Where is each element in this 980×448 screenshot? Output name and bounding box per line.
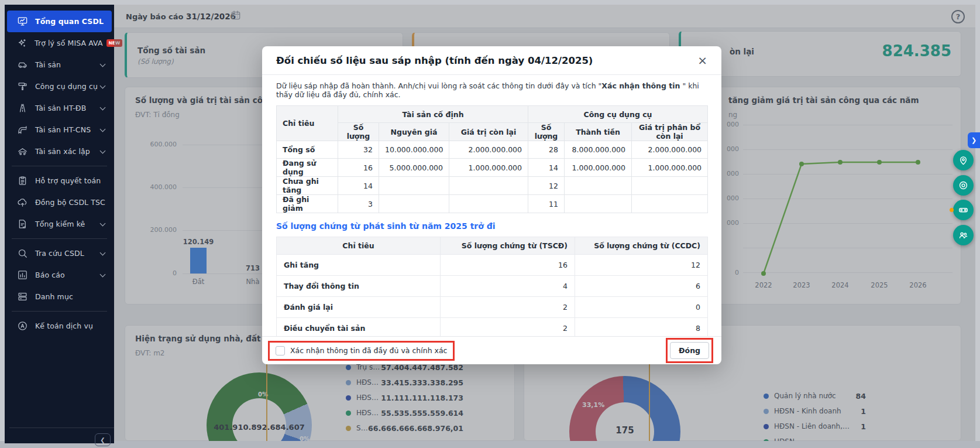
sidebar-item-label: Báo cáo [35, 271, 65, 279]
close-button[interactable]: Đóng [670, 342, 709, 359]
sidebar-item-2[interactable]: Tài sản [7, 54, 112, 76]
table-row: Đánh giá lại20 [277, 297, 708, 318]
sidebar-item-6[interactable]: Tài sản xác lập [7, 141, 112, 162]
sparkles-icon [16, 37, 27, 49]
table-row: Thay đổi thông tin46 [277, 276, 708, 297]
t2-h-1: Số lượng chứng từ (TSCĐ) [441, 237, 575, 255]
sidebar-item-8[interactable]: Đồng bộ CSDL TSC [7, 191, 112, 213]
t1-sub-1: Nguyên giá [379, 123, 449, 141]
road-icon [16, 102, 28, 114]
table-assets-summary: Chỉ tiêu Tài sản cố định Công cụ dụng cụ… [276, 105, 708, 213]
sidebar-item-9[interactable]: Tổng kiểm kê [7, 213, 112, 235]
row-value: 14 [528, 159, 565, 177]
floating-pin-button[interactable] [953, 150, 974, 170]
sidebar-item-label: Tài sản xác lập [35, 147, 90, 156]
t1-sub-4: Thành tiền [565, 123, 632, 141]
t1-sub-5: Giá trị phân bổ còn lại [632, 123, 708, 141]
chevron-down-icon [100, 148, 106, 153]
list-rows-icon [16, 291, 28, 303]
sidebar-footer: ❮ [9, 428, 119, 428]
row-label: Ghi tăng [277, 255, 441, 276]
row-tscd: 4 [441, 276, 575, 297]
confirm-checkbox-label: Xác nhận thông tin đã đầy đủ và chính xá… [290, 346, 447, 355]
modal-header: Đối chiếu số liệu sau sáp nhập (tính đến… [262, 46, 721, 75]
confirm-checkbox[interactable] [276, 346, 285, 355]
bar-chart-icon [16, 269, 28, 281]
t1-col-label: Chỉ tiêu [277, 106, 338, 141]
car-roof-icon [16, 146, 28, 158]
t2-h-2: Số lượng chứng từ (CCDC) [575, 237, 708, 255]
car-icon [16, 59, 28, 71]
modal-footer: Xác nhận thông tin đã đầy đủ và chính xá… [262, 336, 721, 364]
sidebar-item-label: Tổng kiểm kê [35, 220, 85, 228]
sidebar-item-label: Danh mục [35, 292, 73, 301]
sidebar-item-0[interactable]: Tổng quan CSDL [7, 11, 112, 32]
sidebar-item-5[interactable]: Tài sản HT-CNS [7, 119, 112, 141]
close-icon[interactable]: × [697, 54, 707, 66]
row-value [379, 195, 449, 213]
t1-sub-2: Giá trị còn lại [449, 123, 528, 141]
a-circle-icon [16, 320, 28, 332]
floating-target-button[interactable] [953, 175, 974, 196]
sidebar-item-label: Kế toán dịch vụ [35, 322, 93, 330]
chevron-down-icon [100, 220, 106, 226]
row-value [449, 195, 528, 213]
floating-vr-button[interactable] [953, 200, 974, 220]
table-row: Ghi tăng1612 [277, 255, 708, 276]
sidebar-item-1[interactable]: Trợ lý số MISA AVANEW [7, 32, 112, 54]
roller-icon [16, 81, 28, 93]
sidebar-item-4[interactable]: Tài sản HT-ĐB [7, 97, 112, 119]
pipe-icon [16, 124, 28, 136]
row-value [565, 177, 632, 195]
row-value: 2.000.000.000 [449, 141, 528, 159]
table-row: Đã ghi giảm311 [277, 195, 708, 213]
chart-monitor-icon [16, 16, 28, 28]
modal-title: Đối chiếu số liệu sau sáp nhập (tính đến… [276, 55, 593, 66]
t1-sub-0: Số lượng [338, 123, 379, 141]
row-label: Chưa ghi tăng [277, 177, 338, 195]
row-value: 32 [338, 141, 379, 159]
row-value: 1.000.000.000 [565, 159, 632, 177]
row-ccdc: 8 [575, 318, 708, 337]
row-ccdc: 0 [575, 297, 708, 318]
row-label: Điều chuyển tài sản [277, 318, 441, 337]
sidebar-item-label: Trợ lý số MISA AVA [35, 39, 103, 47]
panel-expand-tab[interactable]: ❯ [968, 132, 980, 148]
sidebar-item-label: Tổng quan CSDL [35, 17, 104, 26]
sidebar-item-11[interactable]: Báo cáo [7, 264, 112, 286]
row-ccdc: 6 [575, 276, 708, 297]
row-label: Đã ghi giảm [277, 195, 338, 213]
sidebar-divider [12, 166, 107, 166]
close-button-highlight-box: Đóng [666, 338, 713, 363]
table-row: Điều chuyển tài sản28 [277, 318, 708, 337]
sidebar: Tổng quan CSDLTrợ lý số MISA AVANEWTài s… [5, 5, 114, 443]
sidebar-item-13[interactable]: Kế toán dịch vụ [7, 315, 112, 337]
sidebar-collapse-button[interactable]: ❮ [95, 433, 111, 446]
row-value [632, 177, 708, 195]
sidebar-item-12[interactable]: Danh mục [7, 286, 112, 307]
row-tscd: 2 [441, 297, 575, 318]
row-value: 28 [528, 141, 565, 159]
sidebar-item-7[interactable]: Hỗ trợ quyết toán [7, 170, 112, 191]
table-row: Chưa ghi tăng1412 [277, 177, 708, 195]
sidebar-divider [12, 311, 107, 312]
sidebar-item-label: Tài sản HT-ĐB [35, 104, 86, 112]
table-row: Tổng số3210.000.000.0002.000.000.000288.… [277, 141, 708, 159]
cloud-sync-icon [16, 197, 28, 208]
doc-check-icon [16, 218, 28, 230]
table-row: Đang sử dụng165.000.000.0001.000.000.000… [277, 159, 708, 177]
screen: Ngày báo cáo 31/12/2026 ? Tổng số tài sả… [0, 0, 980, 448]
row-label: Đánh giá lại [277, 297, 441, 318]
notification-dot [950, 208, 954, 212]
chevron-down-icon [100, 271, 106, 277]
floating-people-button[interactable] [953, 225, 974, 245]
sidebar-item-label: Đồng bộ CSDL TSC [35, 198, 105, 207]
sidebar-item-3[interactable]: Công cụ dụng cụ [7, 76, 112, 97]
sidebar-divider [12, 238, 107, 239]
row-ccdc: 12 [575, 255, 708, 276]
sidebar-item-label: Tài sản HT-CNS [35, 125, 91, 134]
t2-h-0: Chỉ tiêu [277, 237, 441, 255]
row-label: Đang sử dụng [277, 159, 338, 177]
sidebar-item-10[interactable]: Tra cứu CSDL [7, 242, 112, 264]
row-value: 11 [528, 195, 565, 213]
